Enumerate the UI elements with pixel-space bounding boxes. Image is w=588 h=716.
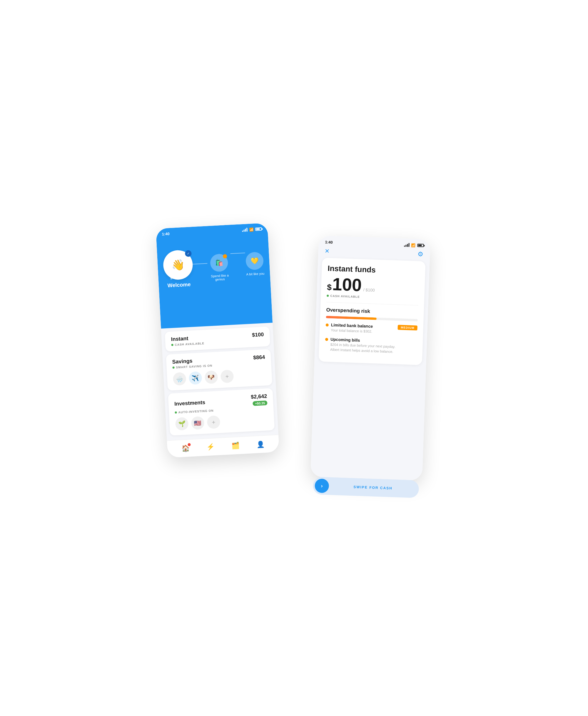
- nav-home[interactable]: 🏠: [182, 444, 190, 452]
- nav-activity[interactable]: ⚡: [206, 443, 215, 451]
- savings-avatar-3: 🐶: [204, 370, 218, 384]
- connector2: [231, 253, 245, 254]
- risk-item-bills: Upcoming bills $204 in bills due before …: [325, 336, 417, 355]
- mission-label-spend: Spend like a genius: [208, 273, 232, 282]
- swipe-arrow-icon: ›: [321, 483, 323, 489]
- signal-icon: [242, 228, 248, 232]
- swipe-label: SWIPE FOR CASH: [329, 484, 417, 491]
- connector1: [193, 263, 207, 264]
- savings-card-subtitle: SMART SAVING IS ON: [176, 364, 212, 369]
- savings-avatar-1: 🌧️: [173, 372, 186, 386]
- nav-profile[interactable]: 👤: [256, 441, 265, 448]
- mission-circle-welcome: 👋 ✓: [163, 249, 193, 280]
- mission-circle-spend: 🛍️: [210, 253, 228, 272]
- risk-fill: [326, 316, 377, 320]
- phone1-header: 1:40 📶 MISSIONS: [156, 223, 273, 329]
- battery-icon: [255, 227, 262, 231]
- instant-card-title: Instant: [171, 335, 188, 342]
- nav-wallet[interactable]: 🗂️: [231, 442, 239, 450]
- instant-card-amount: $100: [252, 331, 264, 338]
- amount-big: 100: [332, 275, 362, 294]
- mission-emoji-abit: 💛: [251, 257, 259, 265]
- time-phone1: 1:40: [162, 231, 170, 236]
- savings-avatar-row: 🌧️ ✈️ 🐶 +: [173, 368, 266, 386]
- investments-badge: +$0.35: [253, 401, 268, 406]
- savings-card[interactable]: Savings $864 SMART SAVING IS ON 🌧️ ✈️ 🐶 …: [166, 349, 272, 391]
- mission-label-abit: A bit like you: [246, 271, 264, 276]
- dollar-sign: $: [327, 283, 332, 292]
- cash-available-label: CASH AVAILABLE: [330, 294, 360, 299]
- phone2-inner: 1:40 📶 ✕ ⚙: [311, 236, 430, 481]
- instant-status-dot: [171, 344, 173, 346]
- investments-status-dot: [175, 411, 177, 414]
- investments-card-subtitle: AUTO-INVESTING ON: [178, 409, 214, 414]
- mission-item-welcome: 👋 ✓ Welcome: [163, 249, 194, 289]
- risk-dot-2: [325, 338, 328, 341]
- time-phone2: 1:40: [325, 240, 333, 244]
- risk-desc-2: $204 in bills due before your next payda…: [330, 342, 395, 354]
- nav-home-badge: [188, 443, 191, 446]
- scene: 1:40 📶 MISSIONS: [162, 214, 426, 502]
- mission-check-icon: ✓: [185, 250, 192, 257]
- mission-emoji-spend: 🛍️: [215, 259, 223, 267]
- savings-avatar-2: ✈️: [188, 371, 202, 385]
- mission-circle-abit: 💛: [245, 252, 264, 270]
- savings-card-amount: $864: [253, 354, 265, 361]
- instant-card[interactable]: Instant $100 CASH AVAILABLE: [165, 327, 270, 352]
- phone1: 1:40 📶 MISSIONS: [156, 223, 279, 458]
- savings-card-title: Savings: [172, 358, 193, 365]
- wifi-icon: 📶: [249, 227, 254, 232]
- savings-status-dot: [172, 367, 174, 369]
- instant-card-subtitle: CASH AVAILABLE: [175, 342, 204, 346]
- battery-icon-phone2: [417, 244, 424, 247]
- investments-avatar-2: 🇺🇸: [191, 416, 204, 430]
- mission-label-welcome: Welcome: [167, 282, 191, 289]
- cash-available-dot: [327, 295, 329, 297]
- phone2: 1:40 📶 ✕ ⚙: [311, 236, 430, 481]
- investments-avatar-add[interactable]: +: [207, 415, 220, 429]
- risk-level-badge: MEDIUM: [398, 325, 418, 330]
- status-icons-phone2: 📶: [404, 243, 424, 247]
- risk-desc-1: Your total balance is $302.: [331, 328, 373, 334]
- mission-item-abit: 💛 A bit like you: [245, 251, 265, 276]
- signal-icon-phone2: [404, 243, 409, 247]
- mission-item-spend: 🛍️ Spend like a genius: [207, 253, 232, 282]
- swipe-container[interactable]: › SWIPE FOR CASH: [313, 476, 419, 498]
- mission-emoji-welcome: 👋: [171, 259, 185, 271]
- divider1: [327, 302, 418, 306]
- investments-card-title: Investments: [174, 400, 206, 407]
- phone2-content: Instant funds $ 100 / $100 CASH AVAILABL…: [318, 258, 425, 365]
- wifi-icon-phone2: 📶: [411, 243, 415, 247]
- investments-avatar-row: 🌱 🇺🇸 +: [175, 413, 269, 430]
- missions-track: 👋 ✓ Welcome 🛍️ Spend like a genius: [156, 231, 271, 289]
- risk-dot-1: [326, 324, 329, 327]
- mission-dot-spend: [223, 254, 227, 259]
- investments-card-amount: $2,642: [251, 393, 267, 400]
- close-button[interactable]: ✕: [324, 247, 330, 255]
- amount-limit: / $100: [363, 287, 375, 292]
- investments-avatar-1: 🌱: [175, 417, 189, 431]
- instant-funds-title: Instant funds: [328, 264, 420, 276]
- phone1-body: Instant $100 CASH AVAILABLE Savings $864…: [161, 323, 278, 439]
- risk-item-balance: Limited bank balance Your total balance …: [326, 322, 418, 336]
- savings-avatar-add[interactable]: +: [220, 369, 234, 383]
- overspending-title: Overspending risk: [326, 307, 418, 316]
- amount-row: $ 100 / $100: [327, 275, 419, 296]
- settings-button[interactable]: ⚙: [418, 250, 424, 258]
- swipe-arrow[interactable]: ›: [315, 478, 329, 493]
- risk-bar: [326, 316, 418, 322]
- investments-card[interactable]: Investments $2,642 +$0.35 AUTO-INVESTING…: [168, 388, 275, 435]
